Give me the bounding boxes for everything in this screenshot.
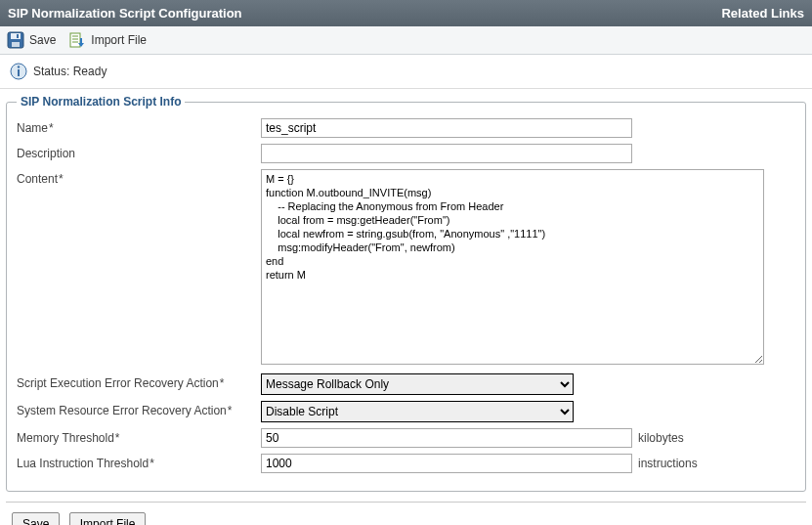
svg-rect-2 (12, 42, 20, 47)
title-bar: SIP Normalization Script Configuration R… (0, 0, 812, 26)
save-toolbar-label: Save (29, 33, 56, 47)
memory-threshold-input[interactable] (261, 428, 632, 448)
lua-threshold-input[interactable] (261, 454, 632, 473)
svg-rect-3 (17, 34, 19, 38)
status-label: Status: Ready (33, 65, 107, 78)
status-value: Ready (73, 65, 107, 78)
name-input[interactable] (261, 118, 632, 138)
name-label: Name (17, 118, 261, 135)
svg-rect-1 (11, 33, 21, 39)
import-file-icon (67, 30, 87, 50)
save-toolbar-button[interactable]: Save (6, 30, 56, 50)
import-toolbar-button[interactable]: Import File (67, 30, 147, 50)
script-info-fieldset: SIP Normalization Script Info Name Descr… (6, 95, 806, 492)
page-title: SIP Normalization Script Configuration (8, 6, 242, 21)
separator (6, 502, 806, 503)
content-textarea[interactable] (261, 169, 764, 365)
fieldset-legend: SIP Normalization Script Info (17, 95, 185, 109)
description-label: Description (17, 144, 261, 160)
toolbar: Save Import File (0, 26, 812, 55)
description-input[interactable] (261, 144, 632, 163)
sys-err-select[interactable]: Disable Script (261, 401, 574, 422)
lua-threshold-label: Lua Instruction Threshold (17, 454, 261, 470)
bottom-actions: Save Import File (6, 512, 806, 525)
lua-threshold-unit: instructions (638, 454, 698, 470)
memory-threshold-label: Memory Threshold (17, 428, 261, 445)
script-err-label: Script Execution Error Recovery Action (17, 373, 261, 390)
svg-rect-6 (18, 69, 20, 76)
script-err-select[interactable]: Message Rollback Only (261, 373, 574, 395)
memory-threshold-unit: kilobytes (638, 428, 684, 445)
save-button[interactable]: Save (12, 512, 60, 525)
import-toolbar-label: Import File (91, 33, 147, 47)
svg-rect-4 (70, 33, 80, 47)
svg-point-7 (18, 66, 20, 67)
info-icon (10, 63, 27, 80)
floppy-disk-icon (6, 30, 25, 50)
import-file-button[interactable]: Import File (69, 512, 147, 525)
content-label: Content (17, 169, 261, 186)
sys-err-label: System Resource Error Recovery Action (17, 401, 261, 417)
related-links[interactable]: Related Links (721, 6, 804, 21)
status-bar: Status: Ready (0, 55, 812, 89)
